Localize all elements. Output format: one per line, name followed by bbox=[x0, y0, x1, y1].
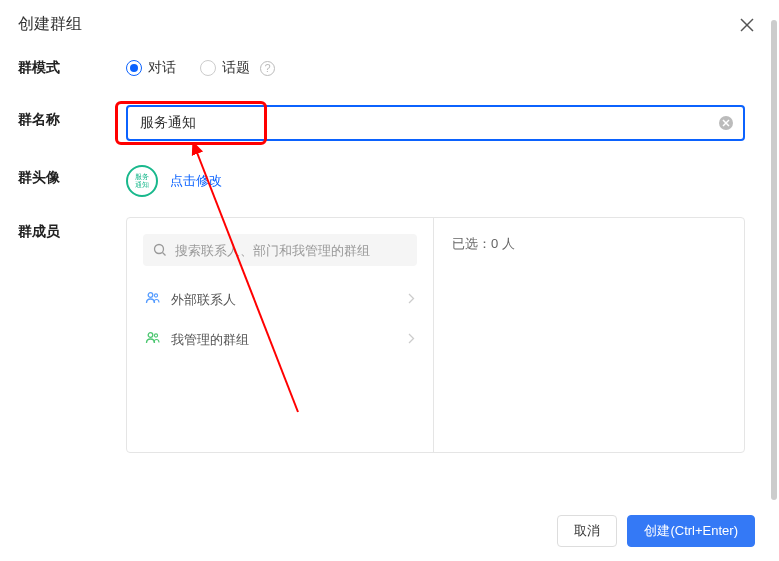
managed-groups-icon bbox=[145, 330, 161, 350]
svg-point-4 bbox=[155, 245, 164, 254]
mode-radio-topic-label: 话题 bbox=[222, 59, 250, 77]
group-avatar: 服务 通知 bbox=[126, 165, 158, 197]
members-search-input[interactable] bbox=[175, 243, 407, 258]
mode-radio-topic[interactable]: 话题 ? bbox=[200, 59, 275, 77]
mode-radio-dialog-label: 对话 bbox=[148, 59, 176, 77]
search-icon bbox=[153, 243, 167, 257]
svg-point-6 bbox=[148, 293, 153, 298]
managed-groups-item[interactable]: 我管理的群组 bbox=[143, 320, 417, 360]
scrollbar[interactable] bbox=[771, 20, 777, 500]
help-icon[interactable]: ? bbox=[260, 61, 275, 76]
group-name-input-wrapper bbox=[126, 105, 745, 141]
mode-radio-dialog[interactable]: 对话 bbox=[126, 59, 176, 77]
svg-point-7 bbox=[154, 294, 157, 297]
close-icon[interactable] bbox=[739, 17, 755, 33]
dialog-title: 创建群组 bbox=[18, 14, 82, 35]
group-name-input[interactable] bbox=[140, 115, 709, 131]
selected-count-text: 已选：0 人 bbox=[452, 236, 515, 251]
managed-groups-label: 我管理的群组 bbox=[171, 331, 249, 349]
clear-input-icon[interactable] bbox=[719, 116, 733, 130]
chevron-right-icon bbox=[408, 293, 415, 307]
radio-unchecked-icon bbox=[200, 60, 216, 76]
cancel-button[interactable]: 取消 bbox=[557, 515, 617, 547]
external-contacts-item[interactable]: 外部联系人 bbox=[143, 280, 417, 320]
mode-label: 群模式 bbox=[18, 53, 126, 77]
external-contacts-label: 外部联系人 bbox=[171, 291, 236, 309]
svg-line-5 bbox=[163, 253, 166, 256]
members-search-box[interactable] bbox=[143, 234, 417, 266]
avatar-label: 群头像 bbox=[18, 163, 126, 187]
create-button[interactable]: 创建(Ctrl+Enter) bbox=[627, 515, 755, 547]
svg-point-9 bbox=[154, 334, 157, 337]
radio-checked-icon bbox=[126, 60, 142, 76]
name-label: 群名称 bbox=[18, 105, 126, 129]
chevron-right-icon bbox=[408, 333, 415, 347]
change-avatar-link[interactable]: 点击修改 bbox=[170, 172, 222, 190]
svg-point-8 bbox=[148, 333, 153, 338]
members-label: 群成员 bbox=[18, 217, 126, 241]
external-contacts-icon bbox=[145, 290, 161, 310]
